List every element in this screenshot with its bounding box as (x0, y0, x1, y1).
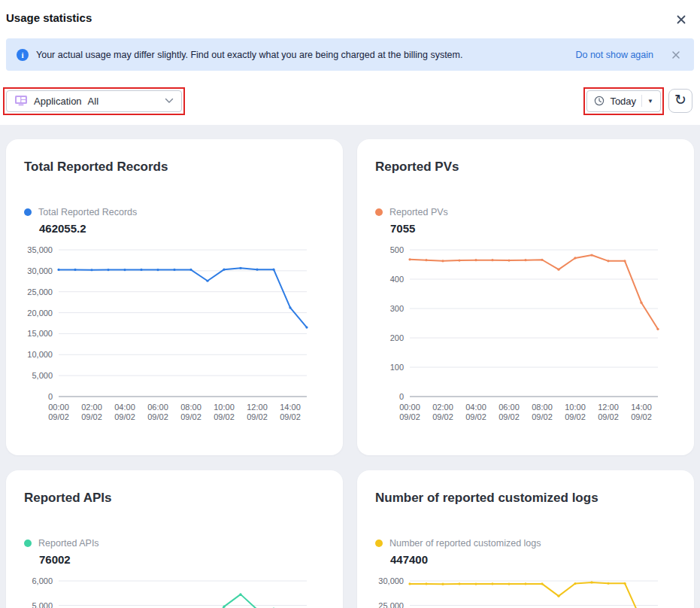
application-icon (14, 95, 28, 107)
info-banner: i Your actual usage may differ slightly.… (6, 38, 694, 71)
svg-text:06:00: 06:00 (498, 403, 520, 412)
legend-dot-icon (24, 540, 32, 547)
card-title: Reported PVs (375, 157, 676, 177)
svg-text:02:00: 02:00 (81, 403, 102, 412)
dialog-title: Usage statistics (6, 11, 92, 24)
svg-text:09/02: 09/02 (214, 412, 235, 421)
svg-text:00:00: 00:00 (48, 403, 69, 412)
svg-text:12:00: 12:00 (598, 403, 619, 412)
legend-dot-icon (24, 208, 32, 216)
line-chart: 05,00010,00015,00020,00025,00030,00000:0… (375, 573, 677, 608)
refresh-icon: ↻ (674, 93, 686, 107)
cards-grid: Total Reported Records Total Reported Re… (6, 139, 694, 608)
legend-label: Total Reported Records (38, 207, 137, 217)
svg-text:09/02: 09/02 (81, 412, 102, 421)
application-select-label: Application (34, 96, 82, 107)
application-select-value: All (88, 96, 159, 107)
svg-text:5,000: 5,000 (32, 371, 53, 380)
svg-text:0: 0 (48, 392, 53, 401)
usage-card: Total Reported Records Total Reported Re… (6, 139, 343, 455)
svg-text:09/02: 09/02 (465, 412, 486, 421)
svg-text:400: 400 (390, 275, 404, 284)
line-chart: 01,0002,0003,0004,0005,0006,00000:0009/0… (24, 573, 326, 608)
clock-icon (594, 96, 605, 106)
svg-text:04:00: 04:00 (465, 403, 486, 412)
refresh-button[interactable]: ↻ (668, 89, 692, 113)
svg-text:09/02: 09/02 (498, 412, 520, 421)
svg-text:25,000: 25,000 (27, 287, 53, 296)
current-value: 462055.2 (39, 222, 325, 235)
svg-text:09/02: 09/02 (247, 412, 268, 421)
svg-text:14:00: 14:00 (631, 403, 652, 412)
svg-text:500: 500 (390, 245, 404, 254)
svg-text:0: 0 (399, 392, 404, 401)
card-title: Total Reported Records (24, 157, 325, 177)
svg-text:09/02: 09/02 (565, 412, 586, 421)
caret-down-icon[interactable]: ▼ (647, 98, 653, 105)
svg-text:10:00: 10:00 (565, 403, 586, 412)
svg-text:09/02: 09/02 (114, 412, 135, 421)
line-chart: 05,00010,00015,00020,00025,00030,00035,0… (24, 242, 326, 432)
chart-legend[interactable]: Reported APIs (24, 538, 99, 549)
svg-text:09/02: 09/02 (147, 412, 168, 421)
card-title: Reported APIs (24, 488, 325, 508)
filter-row: Application All Today ▼ ↻ (0, 71, 700, 113)
svg-text:5,000: 5,000 (32, 601, 53, 608)
time-range-select[interactable]: Today ▼ (586, 90, 661, 112)
usage-card: Number of reported customized logs Numbe… (357, 470, 694, 608)
close-icon (676, 14, 686, 25)
application-select[interactable]: Application All (6, 90, 182, 112)
current-value: 76002 (39, 553, 325, 566)
svg-text:06:00: 06:00 (147, 403, 168, 412)
current-value: 447400 (390, 553, 676, 566)
svg-text:6,000: 6,000 (32, 576, 53, 585)
svg-text:12:00: 12:00 (247, 403, 268, 412)
svg-text:08:00: 08:00 (180, 403, 202, 412)
svg-text:14:00: 14:00 (280, 403, 301, 412)
svg-text:09/02: 09/02 (180, 412, 202, 421)
chart-legend[interactable]: Number of reported customized logs (375, 538, 541, 549)
chart-legend[interactable]: Total Reported Records (24, 207, 137, 217)
close-icon (671, 50, 680, 59)
legend-dot-icon (375, 208, 383, 216)
time-range-value: Today (610, 96, 636, 107)
svg-text:09/02: 09/02 (399, 412, 420, 421)
svg-text:09/02: 09/02 (631, 412, 652, 421)
svg-text:10:00: 10:00 (214, 403, 235, 412)
svg-text:09/02: 09/02 (48, 412, 69, 421)
chart-legend[interactable]: Reported PVs (375, 207, 448, 217)
svg-text:25,000: 25,000 (378, 601, 404, 608)
current-value: 7055 (390, 222, 676, 235)
svg-text:09/02: 09/02 (432, 412, 453, 421)
card-title: Number of reported customized logs (375, 488, 676, 508)
svg-text:200: 200 (390, 333, 404, 342)
banner-message: Your actual usage may differ slightly. F… (36, 50, 575, 60)
svg-text:20,000: 20,000 (27, 309, 53, 318)
legend-label: Reported APIs (38, 538, 99, 549)
dialog-close-button[interactable] (673, 11, 689, 28)
svg-text:100: 100 (390, 363, 404, 372)
svg-text:30,000: 30,000 (378, 576, 404, 585)
svg-text:02:00: 02:00 (432, 403, 453, 412)
line-chart: 010020030040050000:0009/0202:0009/0204:0… (375, 242, 677, 432)
svg-text:15,000: 15,000 (27, 329, 53, 338)
svg-text:09/02: 09/02 (280, 412, 301, 421)
legend-label: Number of reported customized logs (389, 538, 541, 549)
banner-close-button[interactable] (668, 47, 683, 62)
chevron-down-icon (165, 98, 174, 104)
svg-text:10,000: 10,000 (27, 350, 53, 359)
svg-text:08:00: 08:00 (532, 403, 553, 412)
svg-text:09/02: 09/02 (532, 412, 553, 421)
svg-text:300: 300 (390, 304, 404, 313)
usage-card: Reported PVs Reported PVs 7055 010020030… (357, 139, 694, 455)
cards-area: Total Reported Records Total Reported Re… (0, 125, 700, 608)
svg-text:00:00: 00:00 (399, 403, 420, 412)
svg-text:35,000: 35,000 (27, 245, 53, 254)
legend-dot-icon (375, 540, 383, 547)
do-not-show-again-link[interactable]: Do not show again (575, 50, 653, 60)
legend-label: Reported PVs (389, 207, 448, 217)
usage-card: Reported APIs Reported APIs 76002 01,000… (6, 470, 343, 608)
svg-text:30,000: 30,000 (27, 266, 53, 275)
svg-text:04:00: 04:00 (114, 403, 135, 412)
dialog-header: Usage statistics (0, 0, 700, 28)
